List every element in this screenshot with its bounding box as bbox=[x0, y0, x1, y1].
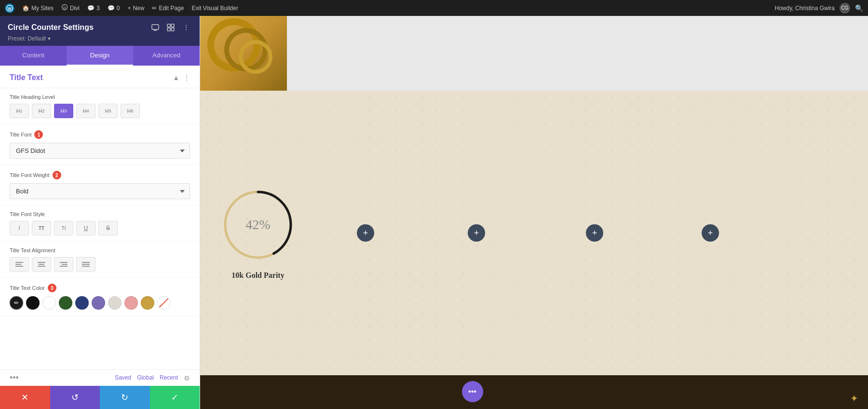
heading-btn-h2[interactable]: H2 bbox=[32, 104, 51, 118]
heading-btn-h1[interactable]: H1 bbox=[10, 104, 29, 118]
divi-bar-item[interactable]: D Divi bbox=[61, 4, 80, 12]
home-icon: 🏠 bbox=[22, 5, 29, 12]
title-font-select[interactable]: GFS Didot Arial Georgia Times New Roman bbox=[10, 143, 190, 159]
screen-icon[interactable] bbox=[149, 22, 161, 33]
align-left-btn[interactable] bbox=[10, 257, 29, 272]
add-column-btn-4[interactable]: + bbox=[702, 224, 719, 242]
title-font-weight-group: Title Font Weight 2 Bold Normal Light bbox=[0, 165, 200, 205]
wp-admin-bar: W 🏠 My Sites D Divi 💬 3 💬 0 + New ✏ Edit… bbox=[0, 0, 868, 16]
title-font-group: Title Font 1 GFS Didot Arial Georgia Tim… bbox=[0, 124, 200, 165]
svg-text:W: W bbox=[8, 6, 12, 11]
title-font-weight-badge: 2 bbox=[53, 171, 61, 179]
heading-buttons: H1 H2 H3 H4 H5 H6 bbox=[10, 104, 190, 118]
more-icon[interactable]: ⋮ bbox=[180, 22, 192, 33]
tt-capitalize-btn[interactable]: Tt bbox=[54, 221, 73, 235]
add-column-btn-1[interactable]: + bbox=[357, 224, 374, 242]
search-icon[interactable]: 🔍 bbox=[855, 4, 863, 12]
strikethrough-btn[interactable]: S bbox=[98, 221, 118, 235]
section-title-label: Title Text bbox=[10, 73, 43, 82]
title-text-color-badge: 3 bbox=[48, 284, 56, 292]
redo-button[interactable]: ↻ bbox=[100, 386, 150, 409]
align-right-btn[interactable] bbox=[54, 257, 73, 272]
align-center-btn[interactable] bbox=[32, 257, 51, 272]
title-font-style-group: Title Font Style I TT Tt U S bbox=[0, 205, 200, 242]
title-heading-level-label: Title Heading Level bbox=[10, 94, 190, 100]
style-buttons: I TT Tt U S bbox=[10, 221, 190, 235]
heading-btn-h4[interactable]: H4 bbox=[76, 104, 95, 118]
wp-logo-icon[interactable]: W bbox=[5, 3, 14, 13]
panel-title: Circle Counter Settings bbox=[8, 23, 94, 32]
panel-header-icons: ⋮ bbox=[149, 22, 192, 33]
global-label[interactable]: Global bbox=[137, 374, 154, 382]
layout-icon[interactable] bbox=[165, 22, 176, 33]
underline-btn[interactable]: U bbox=[76, 221, 95, 235]
comments2-bar-item[interactable]: 💬 0 bbox=[108, 5, 120, 12]
title-text-alignment-label: Title Text Alignment bbox=[10, 247, 190, 253]
panel-body: Title Text ▲ ⋮ Title Heading Level H1 H2… bbox=[0, 66, 200, 369]
color-swatch-navy[interactable] bbox=[75, 296, 89, 310]
color-swatch-lightgray[interactable] bbox=[108, 296, 122, 310]
title-font-weight-label: Title Font Weight 2 bbox=[10, 171, 190, 179]
title-font-style-label: Title Font Style bbox=[10, 211, 190, 217]
svg-text:D: D bbox=[63, 6, 66, 10]
section-actions: ▲ ⋮ bbox=[173, 74, 190, 82]
new-bar-item[interactable]: + New bbox=[127, 5, 144, 12]
undo-button[interactable]: ↺ bbox=[50, 386, 100, 409]
color-swatch-pink[interactable] bbox=[124, 296, 138, 310]
new-icon: + bbox=[127, 5, 131, 12]
heading-btn-h6[interactable]: H6 bbox=[121, 104, 140, 118]
edit-page-bar-item[interactable]: ✏ Edit Page bbox=[152, 5, 184, 12]
circle-label: 10k Gold Parity bbox=[231, 271, 284, 280]
exit-builder-bar-item[interactable]: Exit Visual Builder bbox=[191, 5, 238, 12]
title-text-color-label: Title Text Color 3 bbox=[10, 284, 190, 292]
admin-bar-right: Howdy, Christina Gwira CG 🔍 bbox=[775, 3, 863, 14]
align-justify-btn[interactable] bbox=[76, 257, 95, 272]
tab-content[interactable]: Content bbox=[0, 46, 67, 66]
color-swatch-none[interactable] bbox=[157, 296, 171, 310]
cancel-button[interactable]: ✕ bbox=[0, 386, 50, 409]
floating-menu-button[interactable]: ••• bbox=[462, 381, 483, 402]
svg-rect-5 bbox=[167, 24, 170, 27]
saved-label[interactable]: Saved bbox=[115, 374, 131, 382]
title-font-label: Title Font 1 bbox=[10, 130, 190, 139]
italic-btn[interactable]: I bbox=[10, 221, 29, 235]
tab-advanced[interactable]: Advanced bbox=[133, 46, 200, 66]
svg-rect-8 bbox=[171, 28, 174, 31]
circle-value: 42% bbox=[245, 217, 270, 232]
user-avatar: CG bbox=[840, 3, 850, 14]
footer-right: Saved Global Recent ⚙ bbox=[115, 374, 190, 382]
title-font-weight-select[interactable]: Bold Normal Light bbox=[10, 183, 190, 199]
dot-pattern bbox=[200, 91, 868, 375]
heading-btn-h3[interactable]: H3 bbox=[54, 104, 73, 118]
heading-btn-h5[interactable]: H5 bbox=[98, 104, 118, 118]
recent-label[interactable]: Recent bbox=[160, 374, 178, 382]
panel-header: Circle Counter Settings ⋮ Preset: Defaul… bbox=[0, 16, 200, 46]
color-swatch-white[interactable] bbox=[42, 296, 56, 310]
main-layout: Circle Counter Settings ⋮ Preset: Defaul… bbox=[0, 16, 868, 409]
footer-dots[interactable]: ••• bbox=[10, 373, 19, 383]
color-swatch-custom[interactable]: ✏ bbox=[10, 296, 23, 310]
tab-design[interactable]: Design bbox=[67, 46, 133, 66]
tab-bar: Content Design Advanced bbox=[0, 46, 200, 66]
user-greeting: Howdy, Christina Gwira bbox=[775, 5, 835, 12]
add-column-btn-2[interactable]: + bbox=[468, 224, 485, 242]
comment-icon: 💬 bbox=[87, 5, 95, 12]
color-swatch-darkgreen[interactable] bbox=[59, 296, 72, 310]
save-button[interactable]: ✓ bbox=[150, 386, 200, 409]
collapse-icon[interactable]: ▲ bbox=[173, 74, 179, 82]
beige-canvas: 42% 10k Gold Parity + + + + bbox=[200, 91, 868, 375]
gear-icon[interactable]: ⚙ bbox=[184, 374, 190, 382]
panel-preset[interactable]: Preset: Default ▾ bbox=[8, 35, 192, 42]
tt-uppercase-btn[interactable]: TT bbox=[32, 221, 51, 235]
color-swatch-gold[interactable] bbox=[141, 296, 154, 310]
color-swatch-purple[interactable] bbox=[92, 296, 105, 310]
title-text-section-header: Title Text ▲ ⋮ bbox=[0, 66, 200, 88]
divi-icon: D bbox=[61, 4, 68, 12]
color-swatch-black[interactable] bbox=[26, 296, 40, 310]
comments-bar-item[interactable]: 💬 3 bbox=[87, 5, 100, 12]
svg-rect-7 bbox=[167, 28, 170, 31]
mysites-bar-item[interactable]: 🏠 My Sites bbox=[22, 5, 54, 12]
star-decoration: ✦ bbox=[850, 393, 858, 404]
add-column-btn-3[interactable]: + bbox=[586, 224, 603, 242]
section-more-icon[interactable]: ⋮ bbox=[183, 74, 190, 82]
